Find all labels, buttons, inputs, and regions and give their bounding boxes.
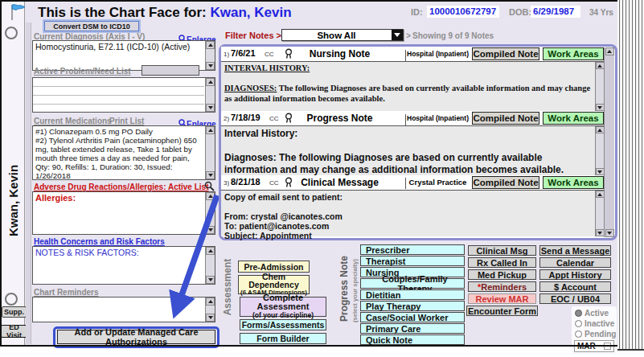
calendar-button[interactable]: Calendar — [539, 257, 611, 268]
active-problem-action-button[interactable] — [142, 65, 199, 76]
ed-visit-button[interactable]: ED Visit — [1, 325, 27, 338]
health-concerns-box[interactable]: NOTES & RISK FACTORS: — [32, 246, 215, 285]
print-list-link[interactable]: Print List — [109, 117, 144, 125]
radio-inactive-label: Inactive — [585, 319, 614, 328]
filter-dropdown-value: Show All — [282, 31, 391, 40]
radio-pending[interactable] — [575, 330, 582, 338]
note-index: 3) — [224, 179, 229, 187]
radio-pending-label: Pending — [585, 330, 616, 339]
note-date: 7/6/21 — [231, 48, 256, 58]
progress-case-social-worker-button[interactable]: Case/Social Worker — [360, 312, 465, 322]
allergies-box[interactable]: Allergies: — [32, 191, 215, 235]
page-title-text: This is the Chart Face for: — [38, 5, 207, 20]
note-location: Hospital (Inpatient) — [405, 114, 470, 125]
chevron-down-icon[interactable] — [392, 30, 403, 40]
reminders-button[interactable]: *Reminders — [468, 281, 536, 292]
id-label: ID: — [411, 7, 423, 17]
filter-status-chevron: > — [406, 31, 411, 40]
current-medications-box[interactable]: #1) Clonazepam 0.5 mg PO Daily #2) Tylen… — [32, 125, 215, 180]
work-areas-button[interactable]: Work Areas — [543, 176, 604, 189]
supp-button[interactable]: Supp. — [2, 306, 27, 318]
chart-page-stack[interactable] — [617, 0, 644, 351]
clinical-msg-button[interactable]: Clinical Msg — [468, 245, 536, 256]
radio-active-label: Active — [585, 309, 609, 318]
note-para-text: The following Diagnoses are based on cur… — [224, 84, 590, 103]
health-scrollbar[interactable] — [205, 247, 215, 284]
note-index: 2) — [224, 115, 229, 122]
active-problem-label: Active Problem/Need List — [34, 67, 131, 76]
notes-panel-scrollbar[interactable] — [604, 47, 614, 237]
diagnosis-scrollbar[interactable] — [205, 41, 215, 70]
note-type: Nursing Note — [277, 48, 402, 60]
pre-admission-button[interactable]: Pre-Admission — [238, 261, 310, 273]
forms-assessments-button[interactable]: Forms/Assessments — [240, 319, 326, 330]
radio-inactive[interactable] — [575, 320, 582, 327]
review-mar-button[interactable]: Review MAR — [468, 293, 536, 304]
compiled-note-button[interactable]: Compiled Note — [472, 112, 539, 125]
note-body[interactable]: INTERVAL HISTORY: DIAGNOSES: The followi… — [221, 62, 604, 112]
progress-quick-note-button[interactable]: Quick Note — [360, 334, 465, 345]
note-body-text: Copy of email sent to patient: From: cry… — [224, 192, 593, 240]
note-location: Crystal Practice — [405, 178, 470, 189]
chart-reminders-box[interactable] — [32, 297, 215, 322]
note-scrollbar[interactable] — [595, 62, 604, 111]
note-heading: Interval History: — [224, 128, 297, 139]
medications-text: #1) Clonazepam 0.5 mg PO Daily #2) Tylen… — [35, 127, 203, 180]
progress-therapist-button[interactable]: Therapist — [360, 256, 465, 266]
work-areas-button[interactable]: Work Areas — [543, 47, 604, 60]
chart-reminders-label: Chart Reminders — [34, 288, 99, 297]
managed-care-button[interactable]: Add or Update Managed Care Authorization… — [57, 330, 215, 344]
chart-circle-bottom[interactable] — [5, 293, 18, 306]
flag-icon[interactable] — [9, 3, 26, 21]
page-title-patient: Kwan, Kevin — [210, 5, 291, 20]
allergies-scrollbar[interactable] — [205, 192, 215, 234]
note-type: Progress Note — [277, 113, 402, 124]
filter-dropdown[interactable]: Show All — [281, 29, 404, 41]
note-date: 8/21/18 — [231, 177, 260, 187]
dob-value: 6/29/1987 — [533, 6, 574, 16]
compiled-note-button[interactable]: Compiled Note — [472, 176, 539, 189]
patient-sidebar: Kwan, Kevin — [2, 2, 25, 347]
filter-notes-label: Filter Notes >> — [225, 31, 286, 40]
health-concerns-link[interactable]: Health Concerns and Risk Factors — [34, 237, 165, 246]
chem-dependency-button[interactable]: Chem Dependency (6 ASAM Dimensions) — [238, 275, 310, 294]
compiled-note-button[interactable]: Compiled Note — [472, 47, 539, 60]
radio-active[interactable] — [575, 310, 582, 317]
notes-panel: 1) 7/6/21 CC Nursing Note Hospital (Inpa… — [219, 44, 617, 240]
reminders-scrollbar[interactable] — [205, 298, 215, 322]
note-body[interactable]: Copy of email sent to patient: From: cry… — [221, 191, 604, 236]
note-cc: CC — [265, 51, 274, 58]
progress-play-therapy-button[interactable]: Play Therapy — [360, 301, 465, 311]
complete-assessment-button[interactable]: Complete Assessment (of your discipline) — [240, 297, 326, 317]
medications-scrollbar[interactable] — [205, 126, 215, 179]
chart-circle-top[interactable] — [5, 27, 18, 39]
allergies-text: Allergies: — [35, 193, 76, 203]
note-row-header[interactable]: 2) 7/18/19 CC Progress Note Hospital (In… — [221, 111, 604, 126]
active-problem-scrollbar[interactable] — [205, 78, 215, 112]
dob-value-field[interactable]: 6/29/1987 — [531, 6, 580, 18]
work-areas-button[interactable]: Work Areas — [543, 112, 604, 125]
progress-primary-care-button[interactable]: Primary Care — [360, 323, 465, 334]
note-row-header[interactable]: 3) 8/21/18 CC Clinical Message Crystal P… — [221, 175, 604, 191]
progress-couples-family-button[interactable]: Couples/Family Therapy — [360, 278, 465, 289]
active-problem-listbox[interactable] — [32, 77, 215, 113]
rx-called-in-button[interactable]: Rx Called In — [468, 257, 536, 268]
form-builder-button[interactable]: Form Builder — [240, 333, 326, 344]
note-body[interactable]: Interval History: Diagnoses: The followi… — [221, 126, 604, 176]
note-row-header[interactable]: 1) 7/6/21 CC Nursing Note Hospital (Inpa… — [221, 47, 604, 62]
progress-dietitian-button[interactable]: Dietitian — [360, 289, 465, 300]
med-pickup-button[interactable]: Med Pickup — [468, 269, 536, 280]
eoc-ub04-button[interactable]: EOC / UB04 — [539, 293, 611, 304]
id-value-field[interactable]: 1000010672797 — [427, 6, 499, 18]
account-button[interactable]: $ Account — [539, 281, 611, 292]
note-para-label: DIAGNOSES: — [224, 84, 277, 92]
note-location: Hospital (Inpatient) — [405, 50, 470, 61]
note-scrollbar[interactable] — [595, 126, 604, 175]
encounter-form-button[interactable]: Encounter Form — [466, 306, 538, 316]
send-a-message-button[interactable]: Send a Message — [539, 245, 611, 256]
convert-dsm-icd10-button[interactable]: Convert DSM to ICD10 — [44, 21, 139, 31]
note-scrollbar[interactable] — [595, 191, 604, 236]
chart-face-screen: Kwan, Kevin Supp. ED Visit This is the C… — [0, 0, 644, 357]
progress-prescriber-button[interactable]: Prescriber — [360, 244, 465, 255]
appt-history-button[interactable]: Appt History — [539, 269, 611, 280]
